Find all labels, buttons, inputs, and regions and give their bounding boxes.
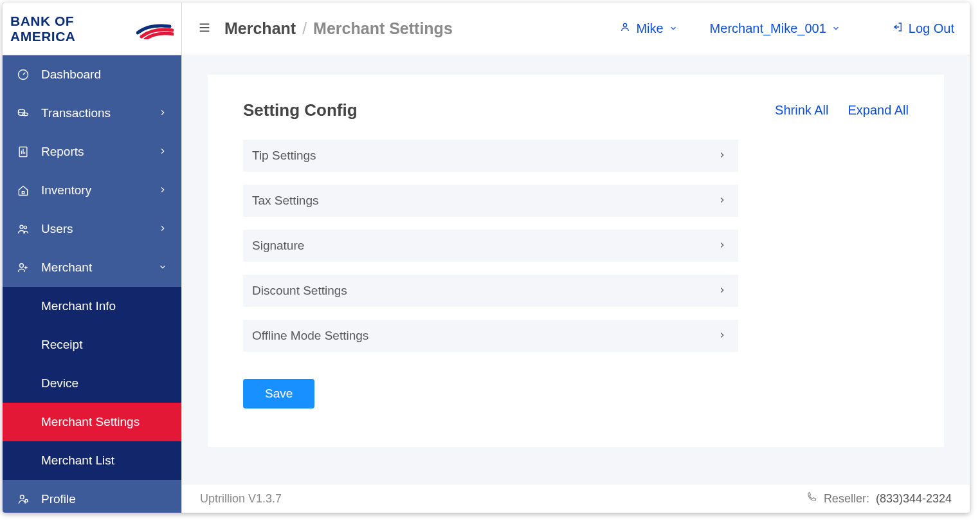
brand-flag-icon <box>136 19 174 39</box>
svg-point-1 <box>19 109 25 113</box>
report-icon <box>17 145 30 158</box>
chevron-down-icon <box>669 21 678 36</box>
app-root: BANK OF AMERICA Dashboard T <box>3 3 970 513</box>
chevron-right-icon <box>718 149 727 163</box>
phone-icon <box>806 491 817 506</box>
topbar: Merchant / Merchant Settings Mike Mercha… <box>182 3 970 55</box>
panel-offline-mode-settings[interactable]: Offline Mode Settings <box>243 320 738 352</box>
merchant-icon <box>17 261 30 274</box>
panel-label: Signature <box>252 239 718 253</box>
svg-point-6 <box>24 226 26 228</box>
chevron-down-icon <box>831 21 840 36</box>
gauge-icon <box>17 68 30 81</box>
sidebar-subitem-label: Receipt <box>41 338 82 352</box>
sidebar-item-label: Inventory <box>41 183 147 197</box>
panel-label: Offline Mode Settings <box>252 329 718 343</box>
sidebar-subitem-label: Merchant Settings <box>41 415 140 429</box>
footer: Uptrillion V1.3.7 Reseller: (833)344-232… <box>182 484 970 513</box>
chevron-right-icon <box>718 194 727 208</box>
merchant-id-label: Merchant_Mike_001 <box>710 21 826 36</box>
sidebar-item-inventory[interactable]: Inventory <box>3 171 181 210</box>
version-label: Uptrillion V1.3.7 <box>200 492 282 506</box>
chevron-right-icon <box>158 183 167 197</box>
reseller-phone: (833)344-2324 <box>876 492 952 506</box>
save-button[interactable]: Save <box>243 379 314 408</box>
logout-link[interactable]: Log Out <box>892 21 954 36</box>
reseller-label: Reseller: <box>824 492 869 506</box>
sidebar-item-label: Reports <box>41 145 147 159</box>
card-header: Setting Config Shrink All Expand All <box>243 100 909 120</box>
content: Setting Config Shrink All Expand All Tip… <box>182 55 970 484</box>
sidebar-subitem-label: Device <box>41 376 78 390</box>
sidebar-subitem-receipt[interactable]: Receipt <box>3 326 181 364</box>
breadcrumb-separator: / <box>302 19 307 38</box>
svg-rect-4 <box>22 192 24 194</box>
breadcrumb: Merchant / Merchant Settings <box>224 19 453 38</box>
svg-point-2 <box>23 113 28 116</box>
reseller-info: Reseller: (833)344-2324 <box>806 491 952 506</box>
users-icon <box>17 223 30 235</box>
panel-label: Tip Settings <box>252 149 718 163</box>
chevron-right-icon <box>158 222 167 236</box>
sidebar: BANK OF AMERICA Dashboard T <box>3 3 182 513</box>
sidebar-item-reports[interactable]: Reports <box>3 133 181 171</box>
panel-label: Tax Settings <box>252 194 718 208</box>
sidebar-item-dashboard[interactable]: Dashboard <box>3 55 181 94</box>
sidebar-nav: Dashboard Transactions Reports <box>3 55 181 513</box>
sidebar-subitem-label: Merchant Info <box>41 299 116 313</box>
house-icon <box>17 184 30 197</box>
expand-all-button[interactable]: Expand All <box>848 103 909 118</box>
sidebar-subitem-device[interactable]: Device <box>3 364 181 403</box>
sidebar-subitem-merchant-settings[interactable]: Merchant Settings <box>3 403 181 441</box>
svg-point-8 <box>20 495 24 499</box>
profile-icon <box>17 493 30 506</box>
sidebar-subitem-label: Merchant List <box>41 454 114 468</box>
svg-point-10 <box>624 23 627 26</box>
sidebar-item-merchant[interactable]: Merchant <box>3 248 181 287</box>
logout-label: Log Out <box>909 21 954 36</box>
sidebar-item-profile[interactable]: Profile <box>3 480 181 513</box>
card-title: Setting Config <box>243 100 756 120</box>
sidebar-item-users[interactable]: Users <box>3 210 181 248</box>
sidebar-subitem-merchant-list[interactable]: Merchant List <box>3 441 181 480</box>
sidebar-item-label: Transactions <box>41 106 147 120</box>
sidebar-item-transactions[interactable]: Transactions <box>3 94 181 133</box>
chevron-right-icon <box>718 284 727 298</box>
shrink-all-button[interactable]: Shrink All <box>775 103 828 118</box>
chevron-down-icon <box>158 261 167 275</box>
sidebar-item-label: Dashboard <box>41 68 167 82</box>
panel-tax-settings[interactable]: Tax Settings <box>243 185 738 217</box>
sidebar-item-label: Profile <box>41 492 167 506</box>
chevron-right-icon <box>718 329 727 343</box>
brand-logo: BANK OF AMERICA <box>3 3 181 55</box>
merchant-id-menu[interactable]: Merchant_Mike_001 <box>710 21 840 36</box>
breadcrumb-current: Merchant Settings <box>313 19 453 38</box>
svg-point-9 <box>25 499 28 502</box>
user-name-label: Mike <box>636 21 663 36</box>
user-icon <box>619 21 631 36</box>
sidebar-item-label: Users <box>41 222 147 236</box>
user-menu[interactable]: Mike <box>619 21 677 36</box>
chevron-right-icon <box>718 239 727 253</box>
panel-signature[interactable]: Signature <box>243 230 738 262</box>
panel-tip-settings[interactable]: Tip Settings <box>243 140 738 172</box>
chevron-right-icon <box>158 145 167 159</box>
svg-point-5 <box>20 225 23 228</box>
panel-label: Discount Settings <box>252 284 718 298</box>
coins-icon <box>17 107 30 120</box>
sidebar-item-label: Merchant <box>41 261 147 275</box>
sidebar-submenu-merchant: Merchant Info Receipt Device Merchant Se… <box>3 287 181 480</box>
settings-panels: Tip Settings Tax Settings Signature Disc… <box>243 140 738 408</box>
svg-point-7 <box>20 264 24 268</box>
brand-name: BANK OF AMERICA <box>10 14 132 44</box>
main-area: Merchant / Merchant Settings Mike Mercha… <box>182 3 970 513</box>
logout-icon <box>892 21 903 36</box>
settings-card: Setting Config Shrink All Expand All Tip… <box>208 75 944 447</box>
sidebar-subitem-merchant-info[interactable]: Merchant Info <box>3 287 181 326</box>
chevron-right-icon <box>158 106 167 120</box>
breadcrumb-root[interactable]: Merchant <box>224 19 296 38</box>
panel-discount-settings[interactable]: Discount Settings <box>243 275 738 307</box>
menu-toggle-icon[interactable] <box>197 21 212 37</box>
